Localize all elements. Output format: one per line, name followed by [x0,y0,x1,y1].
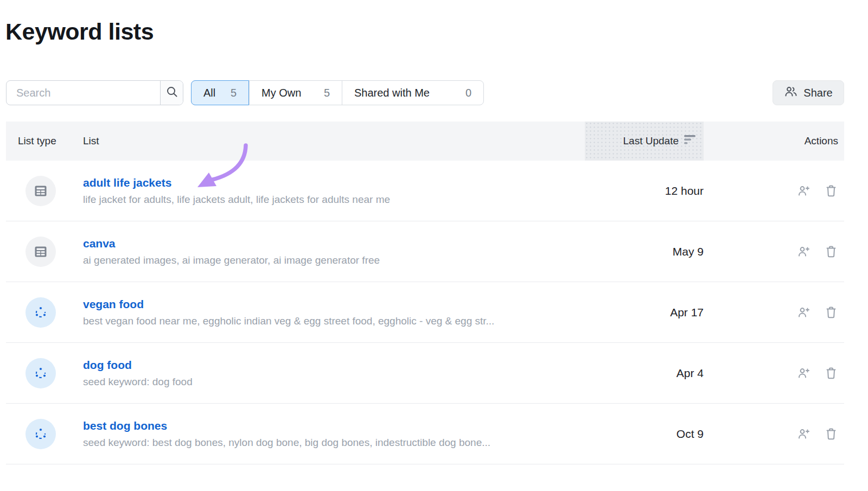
actions-cell [704,305,844,320]
table-row: canva ai generated images, ai image gene… [6,221,844,282]
list-name-link[interactable]: vegan food [83,298,144,311]
tab-shared-with-me[interactable]: Shared with Me 0 [342,81,483,105]
last-update-cell: Apr 4 [585,367,704,380]
tab-all[interactable]: All 5 [191,80,249,105]
list-type-cell [6,176,83,206]
list-cell: dog food seed keyword: dog food [83,359,585,388]
list-name-link[interactable]: best dog bones [83,419,167,432]
tab-all-label: All [203,87,215,99]
search-button[interactable] [160,81,183,105]
list-name-link[interactable]: canva [83,237,116,250]
list-cell: canva ai generated images, ai image gene… [83,237,585,266]
list-keywords-preview: seed keyword: best dog bones, nylon dog … [83,437,585,449]
delete-list-button[interactable] [824,366,838,380]
column-header-last-update[interactable]: Last Update [585,122,704,161]
add-user-button[interactable] [797,427,811,441]
list-type-cell [6,297,83,328]
people-icon [784,85,798,101]
search-box [6,80,183,105]
actions-cell [704,245,844,259]
add-user-button[interactable] [797,366,811,380]
column-header-list-type: List type [6,122,83,161]
table-row: adult life jackets life jacket for adult… [6,161,844,221]
tab-my-own[interactable]: My Own 5 [249,81,342,105]
delete-list-button[interactable] [824,245,838,259]
keyword-lists-table: List type List Last Update Actions [6,122,844,464]
cluster-list-icon [25,358,56,388]
list-cell: vegan food best vegan food near me, eggh… [83,298,585,327]
add-user-button[interactable] [797,184,811,198]
list-type-cell [6,237,83,267]
tab-shared-with-me-label: Shared with Me [354,87,430,99]
table-header-row: List type List Last Update Actions [6,122,844,161]
list-keywords-preview: life jacket for adults, life jackets adu… [83,194,585,206]
cluster-list-icon [25,419,56,449]
last-update-cell: 12 hour [585,184,704,197]
last-update-cell: Oct 9 [585,428,704,441]
table-row: dog food seed keyword: dog food Apr 4 [6,343,844,404]
list-keywords-preview: seed keyword: dog food [83,376,585,388]
list-type-cell [6,419,83,449]
column-header-last-update-label: Last Update [623,135,679,147]
list-keywords-preview: ai generated images, ai image generator,… [83,254,585,266]
regular-list-icon [25,176,56,206]
actions-cell [704,427,844,441]
search-input[interactable] [7,81,160,105]
list-name-link[interactable]: dog food [83,359,132,372]
tab-my-own-label: My Own [261,87,301,99]
cluster-list-icon [25,297,56,328]
tab-shared-with-me-count: 0 [465,87,471,99]
page-title: Keyword lists [5,18,154,45]
table-row: best dog bones seed keyword: best dog bo… [6,404,844,464]
actions-cell [704,366,844,380]
sort-descending-icon [684,135,696,148]
list-name-link[interactable]: adult life jackets [83,176,171,189]
list-cell: adult life jackets life jacket for adult… [83,176,585,206]
tab-all-count: 5 [231,87,237,99]
column-header-list: List [83,122,585,161]
delete-list-button[interactable] [824,184,838,198]
delete-list-button[interactable] [824,305,838,320]
column-header-actions: Actions [704,122,844,161]
share-button-label: Share [803,87,832,99]
list-type-cell [6,358,83,388]
tab-my-own-count: 5 [324,87,330,99]
delete-list-button[interactable] [824,427,838,441]
add-user-button[interactable] [797,305,811,320]
actions-cell [704,184,844,198]
list-filter-tabs: All 5 My Own 5 Shared with Me 0 [191,80,484,105]
add-user-button[interactable] [797,245,811,259]
list-cell: best dog bones seed keyword: best dog bo… [83,419,585,449]
list-keywords-preview: best vegan food near me, eggholic indian… [83,315,585,327]
last-update-cell: Apr 17 [585,306,704,319]
keyword-lists-page: Keyword lists All 5 My Own 5 Shared with… [0,0,868,491]
table-row: vegan food best vegan food near me, eggh… [6,282,844,343]
regular-list-icon [25,237,56,267]
share-button[interactable]: Share [773,80,844,105]
last-update-cell: May 9 [585,245,704,258]
search-icon [165,85,178,100]
